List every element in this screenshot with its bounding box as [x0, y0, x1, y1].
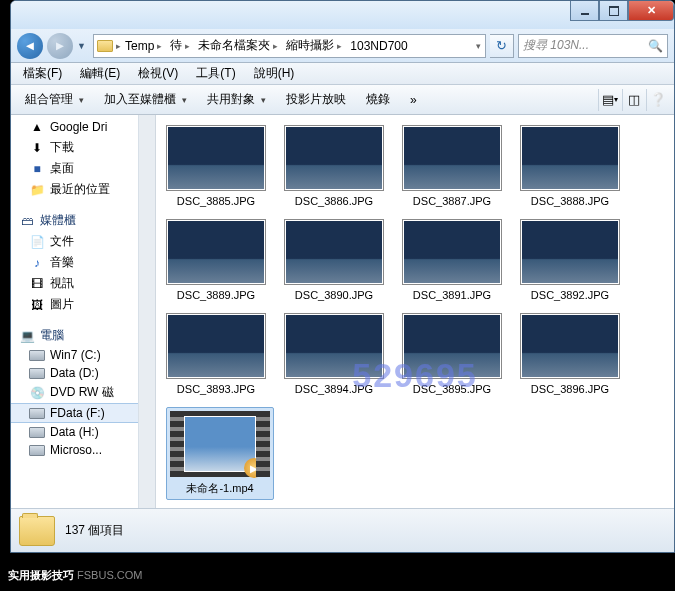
sidebar-item-drive-f[interactable]: FData (F:) [11, 403, 138, 423]
sidebar-item-drive-c[interactable]: Win7 (C:) [11, 346, 138, 364]
more-button[interactable]: » [402, 90, 425, 110]
file-name: DSC_3894.JPG [284, 383, 384, 395]
preview-pane-button[interactable]: ◫ [622, 89, 644, 111]
file-name: DSC_3889.JPG [166, 289, 266, 301]
file-thumb[interactable]: DSC_3893.JPG [166, 313, 266, 395]
organize-button[interactable]: 組合管理 [17, 88, 92, 111]
video-icon: 🎞 [29, 276, 45, 292]
file-name: DSC_3887.JPG [402, 195, 502, 207]
doc-icon: 📄 [29, 234, 45, 250]
recent-icon: 📁 [29, 182, 45, 198]
file-thumb-video[interactable]: ▶未命名-1.mp4 [166, 407, 274, 500]
computer-icon: 💻 [19, 328, 35, 344]
drive-icon [29, 350, 45, 361]
maximize-button[interactable] [599, 1, 628, 21]
sidebar-item-video[interactable]: 🎞視訊 [11, 273, 138, 294]
breadcrumb-dropdown[interactable]: ▾ [472, 41, 485, 51]
image-preview [166, 125, 266, 191]
image-preview [284, 219, 384, 285]
file-name: 未命名-1.mp4 [170, 481, 270, 496]
address-bar[interactable]: ▸ Temp▸ 待▸ 未命名檔案夾▸ 縮時攝影▸ 103ND700 ▾ [93, 34, 486, 58]
sidebar-item-pictures[interactable]: 🖼圖片 [11, 294, 138, 315]
gdrive-icon: ▲ [29, 119, 45, 135]
image-preview [166, 313, 266, 379]
explorer-window: ◄ ► ▼ ▸ Temp▸ 待▸ 未命名檔案夾▸ 縮時攝影▸ 103ND700 … [10, 0, 675, 553]
file-thumb[interactable]: DSC_3892.JPG [520, 219, 620, 301]
menu-tools[interactable]: 工具(T) [188, 63, 243, 84]
sidebar-libraries-header[interactable]: 🗃媒體櫃 [11, 210, 138, 231]
file-thumb[interactable]: DSC_3888.JPG [520, 125, 620, 207]
desktop-icon: ■ [29, 161, 45, 177]
back-button[interactable]: ◄ [17, 33, 43, 59]
file-thumb[interactable]: DSC_3886.JPG [284, 125, 384, 207]
file-thumb[interactable]: DSC_3894.JPG [284, 313, 384, 395]
status-bar: 137 個項目 [11, 508, 674, 552]
include-library-button[interactable]: 加入至媒體櫃 [96, 88, 195, 111]
breadcrumb-seg[interactable]: Temp▸ [121, 39, 166, 53]
sidebar-item-gdrive[interactable]: ▲Google Dri [11, 117, 138, 137]
file-thumb[interactable]: DSC_3889.JPG [166, 219, 266, 301]
file-thumb[interactable]: DSC_3891.JPG [402, 219, 502, 301]
burn-button[interactable]: 燒錄 [358, 88, 398, 111]
sidebar-item-drive-d[interactable]: Data (D:) [11, 364, 138, 382]
file-list[interactable]: 529695 DSC_3885.JPGDSC_3886.JPGDSC_3887.… [156, 115, 674, 508]
folder-icon [19, 516, 55, 546]
help-button[interactable]: ❔ [646, 89, 668, 111]
breadcrumb-seg[interactable]: 103ND700 [346, 39, 411, 53]
drive-icon [29, 408, 45, 419]
file-thumb[interactable]: DSC_3887.JPG [402, 125, 502, 207]
breadcrumb-seg[interactable]: 待▸ [166, 37, 194, 54]
menu-view[interactable]: 檢視(V) [130, 63, 186, 84]
dvd-icon: 💿 [29, 385, 45, 401]
file-thumb[interactable]: DSC_3896.JPG [520, 313, 620, 395]
image-preview [520, 219, 620, 285]
file-thumb[interactable]: DSC_3895.JPG [402, 313, 502, 395]
body-area: ▲Google Dri ⬇下載 ■桌面 📁最近的位置 🗃媒體櫃 📄文件 ♪音樂 … [11, 115, 674, 508]
share-button[interactable]: 共用對象 [199, 88, 274, 111]
file-name: DSC_3888.JPG [520, 195, 620, 207]
sidebar-item-drive-h[interactable]: Data (H:) [11, 423, 138, 441]
file-thumb[interactable]: DSC_3885.JPG [166, 125, 266, 207]
libraries-icon: 🗃 [19, 213, 35, 229]
sidebar-item-desktop[interactable]: ■桌面 [11, 158, 138, 179]
sidebar-computer-header[interactable]: 💻電腦 [11, 325, 138, 346]
music-icon: ♪ [29, 255, 45, 271]
file-name: DSC_3892.JPG [520, 289, 620, 301]
file-name: DSC_3895.JPG [402, 383, 502, 395]
drive-icon [29, 368, 45, 379]
file-name: DSC_3891.JPG [402, 289, 502, 301]
sidebar-item-documents[interactable]: 📄文件 [11, 231, 138, 252]
view-mode-button[interactable]: ▤▾ [598, 89, 620, 111]
drive-icon [29, 445, 45, 456]
menu-help[interactable]: 說明(H) [246, 63, 303, 84]
forward-button[interactable]: ► [47, 33, 73, 59]
refresh-button[interactable]: ↻ [490, 34, 514, 58]
sidebar-item-drive-ms[interactable]: Microso... [11, 441, 138, 459]
sidebar-scrollbar[interactable] [139, 115, 156, 508]
menubar: 檔案(F) 編輯(E) 檢視(V) 工具(T) 說明(H) [11, 63, 674, 85]
sidebar-item-recent[interactable]: 📁最近的位置 [11, 179, 138, 200]
image-preview [402, 125, 502, 191]
history-dropdown[interactable]: ▼ [77, 41, 89, 51]
file-name: DSC_3886.JPG [284, 195, 384, 207]
breadcrumb-seg[interactable]: 縮時攝影▸ [282, 37, 346, 54]
item-count-label: 137 個項目 [65, 522, 124, 539]
sidebar-item-music[interactable]: ♪音樂 [11, 252, 138, 273]
search-input[interactable]: 搜尋 103N... 🔍 [518, 34, 668, 58]
breadcrumb-seg[interactable]: 未命名檔案夾▸ [194, 37, 282, 54]
drive-icon [29, 427, 45, 438]
menu-file[interactable]: 檔案(F) [15, 63, 70, 84]
menu-edit[interactable]: 編輯(E) [72, 63, 128, 84]
slideshow-button[interactable]: 投影片放映 [278, 88, 354, 111]
image-preview [402, 313, 502, 379]
file-thumb[interactable]: DSC_3890.JPG [284, 219, 384, 301]
sidebar-item-downloads[interactable]: ⬇下載 [11, 137, 138, 158]
sidebar-item-dvd[interactable]: 💿DVD RW 磁 [11, 382, 138, 403]
image-preview [166, 219, 266, 285]
nav-row: ◄ ► ▼ ▸ Temp▸ 待▸ 未命名檔案夾▸ 縮時攝影▸ 103ND700 … [11, 29, 674, 63]
minimize-button[interactable] [570, 1, 599, 21]
play-icon: ▶ [244, 458, 264, 478]
image-preview [520, 313, 620, 379]
close-button[interactable] [628, 1, 674, 21]
picture-icon: 🖼 [29, 297, 45, 313]
